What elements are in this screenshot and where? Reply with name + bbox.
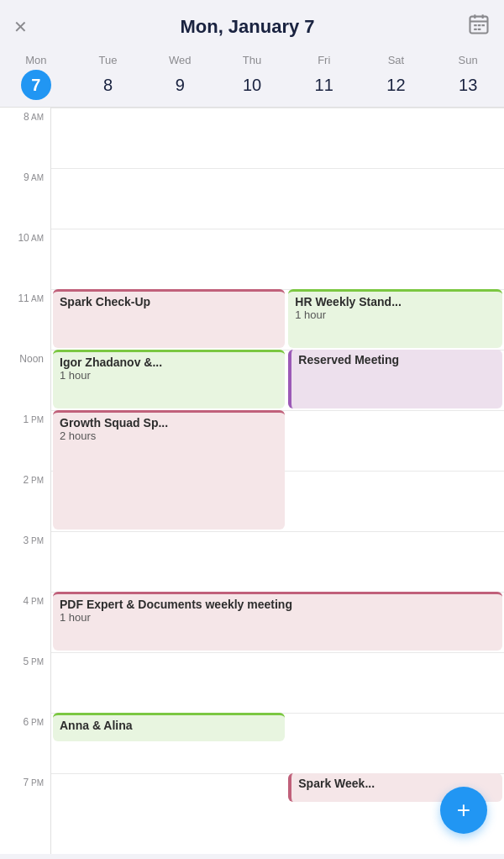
svg-rect-6 — [482, 24, 486, 26]
event-title: Reserved Meeting — [298, 353, 496, 366]
day-name: Sat — [388, 54, 405, 66]
time-column: 8 AM9 AM10 AM11 AMNoon1 PM2 PM3 PM4 PM5 … — [0, 108, 50, 854]
event-title: Anna & Alina — [60, 719, 278, 732]
time-slot: 8 AM — [0, 108, 50, 168]
hour-line — [51, 168, 504, 169]
day-number: 8 — [93, 70, 123, 100]
day-column-thu[interactable]: Thu10 — [216, 54, 288, 100]
svg-rect-8 — [478, 29, 481, 30]
close-button[interactable]: ✕ — [13, 17, 28, 37]
day-number: 13 — [453, 70, 483, 100]
event-pdf-expert[interactable]: PDF Expert & Documents weekly meeting1 h… — [53, 592, 502, 651]
event-reserved-meeting[interactable]: Reserved Meeting — [288, 350, 502, 408]
time-slot: 4 PM — [0, 592, 50, 652]
day-name: Fri — [318, 54, 330, 66]
hour-line — [51, 108, 504, 108]
time-slot: 6 PM — [0, 713, 50, 773]
day-name: Thu — [243, 54, 261, 66]
day-name: Mon — [25, 54, 46, 66]
day-column-sun[interactable]: Sun13 — [432, 54, 504, 100]
day-column-sat[interactable]: Sat12 — [360, 54, 433, 100]
event-duration: 1 hour — [60, 369, 278, 382]
hour-line — [51, 229, 504, 229]
time-label: 6 PM — [24, 716, 44, 728]
time-label: 11 AM — [18, 292, 44, 304]
time-label: 10 AM — [18, 232, 44, 244]
hour-line — [51, 531, 504, 532]
time-slot: 1 PM — [0, 410, 50, 471]
event-title: Spark Check-Up — [60, 295, 278, 308]
time-slot: 2 PM — [0, 471, 50, 531]
events-area: Spark Check-UpHR Weekly Stand...1 hourIg… — [50, 108, 504, 854]
hour-line — [51, 652, 504, 653]
event-title: PDF Expert & Documents weekly meeting — [60, 598, 496, 611]
time-label: 7 PM — [24, 777, 44, 788]
time-label: 2 PM — [24, 474, 44, 486]
event-growth-squad[interactable]: Growth Squad Sp...2 hours — [53, 410, 285, 530]
day-strip: Mon7Tue8Wed9Thu10Fri11Sat12Sun13 — [0, 54, 504, 108]
time-slot: 5 PM — [0, 652, 50, 713]
time-slot: 11 AM — [0, 289, 50, 350]
header-title: Mon, January 7 — [180, 16, 314, 38]
header: ✕ Mon, January 7 — [0, 0, 504, 54]
time-label: 3 PM — [24, 535, 44, 546]
event-hr-weekly[interactable]: HR Weekly Stand...1 hour — [288, 289, 502, 348]
day-name: Tue — [99, 54, 118, 66]
event-duration: 1 hour — [295, 308, 496, 321]
day-number: 9 — [165, 70, 195, 100]
event-title: Igor Zhadanov &... — [60, 356, 278, 369]
day-column-wed[interactable]: Wed9 — [144, 54, 216, 100]
event-anna-alina[interactable]: Anna & Alina — [53, 713, 285, 741]
svg-rect-4 — [474, 24, 477, 26]
time-slot: 7 PM — [0, 773, 50, 834]
calendar-icon[interactable] — [467, 13, 491, 41]
day-column-mon[interactable]: Mon7 — [0, 54, 72, 100]
time-slot: 3 PM — [0, 531, 50, 592]
event-title: HR Weekly Stand... — [295, 295, 496, 308]
day-number: 12 — [381, 70, 411, 100]
event-igor-zhadanov[interactable]: Igor Zhadanov &...1 hour — [53, 350, 285, 408]
add-event-button[interactable]: + — [440, 787, 487, 834]
time-slot: 10 AM — [0, 229, 50, 289]
event-duration: 2 hours — [60, 430, 278, 442]
day-number: 11 — [309, 70, 339, 100]
day-name: Sun — [459, 54, 478, 66]
event-spark-checkup[interactable]: Spark Check-Up — [53, 289, 285, 348]
time-label: Noon — [19, 353, 44, 365]
calendar-grid: 8 AM9 AM10 AM11 AMNoon1 PM2 PM3 PM4 PM5 … — [0, 108, 504, 854]
svg-rect-7 — [474, 29, 477, 30]
time-label: 9 AM — [24, 171, 44, 183]
day-column-tue[interactable]: Tue8 — [72, 54, 144, 100]
time-label: 4 PM — [24, 595, 44, 607]
time-slot: 9 AM — [0, 168, 50, 229]
event-duration: 1 hour — [60, 611, 496, 624]
svg-rect-5 — [478, 24, 481, 26]
time-slot: Noon — [0, 350, 50, 410]
day-column-fri[interactable]: Fri11 — [288, 54, 360, 100]
day-number: 10 — [237, 70, 267, 100]
time-label: 5 PM — [24, 656, 44, 667]
time-label: 8 AM — [24, 111, 44, 123]
time-label: 1 PM — [24, 414, 44, 425]
event-title: Growth Squad Sp... — [60, 416, 278, 430]
day-name: Wed — [169, 54, 192, 66]
day-number: 7 — [21, 70, 51, 100]
